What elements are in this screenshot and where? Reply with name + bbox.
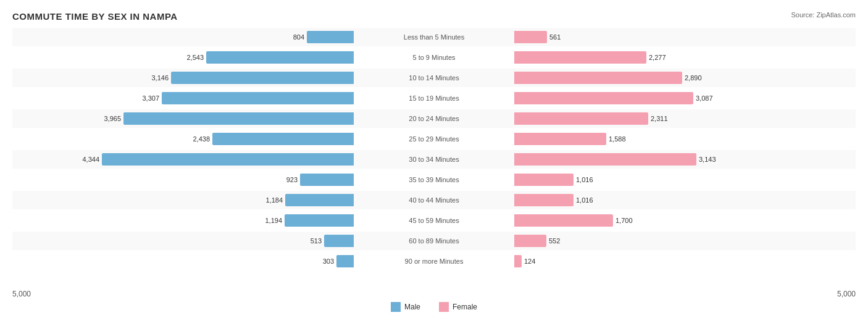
right-side: 1,016: [434, 174, 856, 186]
bar-female: [514, 133, 606, 145]
row-label: 25 to 29 Minutes: [409, 135, 459, 143]
axis-labels: 5,000 5,000: [12, 287, 856, 298]
table-row: 513 60 to 89 Minutes 552: [12, 232, 856, 250]
legend: Male Female: [12, 302, 856, 312]
female-value: 1,016: [576, 196, 593, 204]
bar-male: [171, 72, 354, 84]
table-row: 1,194 45 to 59 Minutes 1,700: [12, 211, 856, 230]
table-row: 2,543 5 to 9 Minutes 2,277: [12, 48, 856, 67]
male-value: 1,184: [261, 196, 283, 204]
male-value: 3,965: [99, 115, 121, 122]
left-side: 1,194: [12, 214, 434, 227]
female-value: 2,311: [651, 115, 668, 122]
female-value: 2,890: [685, 74, 702, 82]
male-value: 3,146: [147, 74, 169, 82]
bar-female: [514, 72, 682, 84]
left-side: 2,438: [12, 133, 434, 145]
male-value: 1,194: [261, 217, 282, 224]
right-side: 552: [434, 235, 856, 247]
bar-male: [102, 153, 354, 166]
bar-female: [514, 31, 547, 43]
bar-female: [514, 112, 648, 125]
male-value: 2,543: [182, 54, 204, 61]
row-label: 20 to 24 Minutes: [409, 115, 459, 122]
table-row: 804 Less than 5 Minutes 561: [12, 28, 856, 46]
legend-female: Female: [439, 302, 477, 312]
male-value: 4,344: [78, 156, 99, 163]
female-value: 552: [549, 237, 560, 245]
row-label: 45 to 59 Minutes: [409, 217, 459, 224]
right-side: 3,087: [434, 92, 856, 104]
male-value: 3,307: [138, 94, 159, 102]
right-side: 2,311: [434, 112, 856, 125]
right-side: 1,700: [434, 214, 856, 227]
table-row: 4,344 30 to 34 Minutes 3,143: [12, 150, 856, 169]
bar-male: [123, 112, 354, 125]
row-label: 60 to 89 Minutes: [409, 237, 459, 245]
right-side: 1,016: [434, 194, 856, 206]
bar-female: [514, 153, 696, 166]
left-side: 2,543: [12, 51, 434, 64]
right-side: 124: [434, 255, 856, 267]
bar-male: [324, 235, 354, 247]
bar-male: [162, 92, 354, 104]
right-side: 2,277: [434, 51, 856, 64]
legend-male: Male: [391, 302, 420, 312]
table-row: 3,307 15 to 19 Minutes 3,087: [12, 89, 856, 107]
bar-female: [514, 194, 574, 206]
row-label: 15 to 19 Minutes: [409, 94, 459, 102]
female-value: 1,016: [576, 176, 593, 183]
source-label: Source: ZipAtlas.com: [791, 11, 856, 19]
legend-female-box: [439, 302, 449, 312]
male-value: 804: [283, 33, 304, 41]
female-value: 124: [524, 258, 535, 265]
left-side: 923: [12, 174, 434, 186]
legend-male-box: [391, 302, 401, 312]
rows-wrapper: 804 Less than 5 Minutes 561 2,543 5 to 9…: [12, 28, 856, 271]
left-side: 804: [12, 31, 434, 43]
right-side: 1,588: [434, 133, 856, 145]
axis-right: 5,000: [837, 290, 856, 298]
bar-male: [206, 51, 354, 64]
male-value: 2,438: [188, 135, 210, 143]
chart-container: COMMUTE TIME BY SEX IN NAMPA Source: Zip…: [0, 0, 868, 323]
female-value: 561: [549, 33, 561, 41]
female-value: 1,700: [616, 217, 633, 224]
row-label: Less than 5 Minutes: [404, 33, 464, 41]
bar-male: [285, 194, 354, 206]
female-value: 3,087: [696, 94, 713, 102]
left-side: 3,965: [12, 112, 434, 125]
row-label: 30 to 34 Minutes: [409, 156, 459, 163]
bar-male: [307, 31, 354, 43]
left-side: 513: [12, 235, 434, 247]
bar-female: [514, 235, 546, 247]
right-side: 2,890: [434, 72, 856, 84]
right-side: 561: [434, 31, 856, 43]
left-side: 303: [12, 255, 434, 267]
bar-male: [285, 214, 354, 227]
female-value: 2,277: [649, 54, 666, 61]
bar-female: [514, 51, 646, 64]
legend-female-label: Female: [453, 303, 477, 311]
row-label: 90 or more Minutes: [405, 258, 464, 265]
right-side: 3,143: [434, 153, 856, 166]
bar-female: [514, 174, 574, 186]
bar-male: [300, 174, 354, 186]
row-label: 5 to 9 Minutes: [412, 54, 455, 61]
bar-male: [212, 133, 354, 145]
male-value: 303: [312, 258, 334, 265]
male-value: 513: [300, 237, 322, 245]
chart-area: 804 Less than 5 Minutes 561 2,543 5 to 9…: [12, 28, 856, 287]
bar-female: [514, 92, 693, 104]
table-row: 303 90 or more Minutes 124: [12, 252, 856, 271]
row-label: 35 to 39 Minutes: [409, 176, 459, 183]
table-row: 1,184 40 to 44 Minutes 1,016: [12, 191, 856, 209]
table-row: 2,438 25 to 29 Minutes 1,588: [12, 130, 856, 148]
bar-male: [336, 255, 354, 267]
left-side: 3,307: [12, 92, 434, 104]
table-row: 3,965 20 to 24 Minutes 2,311: [12, 109, 856, 128]
female-value: 1,588: [609, 135, 626, 143]
left-side: 3,146: [12, 72, 434, 84]
row-label: 40 to 44 Minutes: [409, 196, 459, 204]
chart-title: COMMUTE TIME BY SEX IN NAMPA: [12, 11, 856, 22]
